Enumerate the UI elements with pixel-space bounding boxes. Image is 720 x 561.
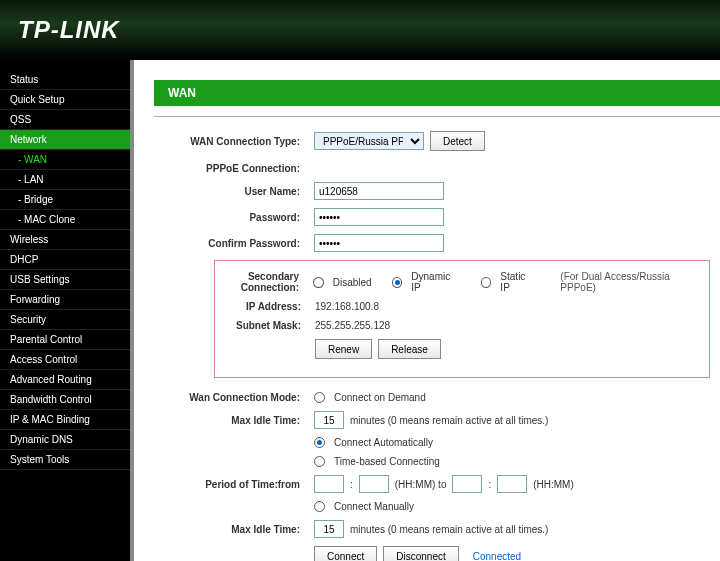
sidebar-item--bridge[interactable]: - Bridge xyxy=(0,190,130,210)
page-title: WAN xyxy=(154,80,720,106)
radio-disabled[interactable] xyxy=(313,277,324,288)
sidebar-item-dhcp[interactable]: DHCP xyxy=(0,250,130,270)
conn-type-select[interactable]: PPPoE/Russia PPPoE xyxy=(314,132,424,150)
label-period: Period of Time:from xyxy=(154,479,314,490)
label-secondary: Secondary Connection: xyxy=(215,271,313,293)
username-field[interactable] xyxy=(314,182,444,200)
sidebar-item--mac-clone[interactable]: - MAC Clone xyxy=(0,210,130,230)
sidebar-item-parental-control[interactable]: Parental Control xyxy=(0,330,130,350)
radio-static[interactable] xyxy=(481,277,492,288)
radio-dynamic[interactable] xyxy=(392,277,403,288)
sidebar-item-network[interactable]: Network xyxy=(0,130,130,150)
status-text: Connected xyxy=(473,551,521,562)
radio-manual[interactable] xyxy=(314,501,325,512)
sidebar-item-bandwidth-control[interactable]: Bandwidth Control xyxy=(0,390,130,410)
divider xyxy=(154,116,720,117)
label-password: Password: xyxy=(154,212,314,223)
release-button[interactable]: Release xyxy=(378,339,441,359)
label-pppoe: PPPoE Connection: xyxy=(154,163,314,174)
idle2-field[interactable] xyxy=(314,520,344,538)
time-to-h[interactable] xyxy=(452,475,482,493)
sidebar-item-access-control[interactable]: Access Control xyxy=(0,350,130,370)
sidebar-item--wan[interactable]: - WAN xyxy=(0,150,130,170)
sidebar: StatusQuick SetupQSSNetwork- WAN- LAN- B… xyxy=(0,60,130,561)
sidebar-item-dynamic-dns[interactable]: Dynamic DNS xyxy=(0,430,130,450)
password-field[interactable] xyxy=(314,208,444,226)
header: TP-LINK xyxy=(0,0,720,60)
idle1-field[interactable] xyxy=(314,411,344,429)
label-mask: Subnet Mask: xyxy=(215,320,315,331)
label-conn-type: WAN Connection Type: xyxy=(154,136,314,147)
sidebar-item-wireless[interactable]: Wireless xyxy=(0,230,130,250)
ip-value: 192.168.100.8 xyxy=(315,301,379,312)
label-idle2: Max Idle Time: xyxy=(154,524,314,535)
time-from-h[interactable] xyxy=(314,475,344,493)
sidebar-item-security[interactable]: Security xyxy=(0,310,130,330)
radio-ondemand[interactable] xyxy=(314,392,325,403)
sidebar-item-advanced-routing[interactable]: Advanced Routing xyxy=(0,370,130,390)
time-to-m[interactable] xyxy=(497,475,527,493)
sidebar-item-quick-setup[interactable]: Quick Setup xyxy=(0,90,130,110)
label-ip: IP Address: xyxy=(215,301,315,312)
sidebar-item-usb-settings[interactable]: USB Settings xyxy=(0,270,130,290)
label-idle1: Max Idle Time: xyxy=(154,415,314,426)
mask-value: 255.255.255.128 xyxy=(315,320,390,331)
label-confirm: Confirm Password: xyxy=(154,238,314,249)
sidebar-item--lan[interactable]: - LAN xyxy=(0,170,130,190)
time-from-m[interactable] xyxy=(359,475,389,493)
label-mode: Wan Connection Mode: xyxy=(154,392,314,403)
sidebar-item-qss[interactable]: QSS xyxy=(0,110,130,130)
confirm-password-field[interactable] xyxy=(314,234,444,252)
connect-button[interactable]: Connect xyxy=(314,546,377,561)
renew-button[interactable]: Renew xyxy=(315,339,372,359)
sidebar-item-status[interactable]: Status xyxy=(0,70,130,90)
radio-time[interactable] xyxy=(314,456,325,467)
disconnect-button[interactable]: Disconnect xyxy=(383,546,458,561)
radio-auto[interactable] xyxy=(314,437,325,448)
logo: TP-LINK xyxy=(18,16,120,44)
content: WAN WAN Connection Type: PPPoE/Russia PP… xyxy=(130,60,720,561)
detect-button[interactable]: Detect xyxy=(430,131,485,151)
label-username: User Name: xyxy=(154,186,314,197)
sidebar-item-forwarding[interactable]: Forwarding xyxy=(0,290,130,310)
secondary-box: Secondary Connection: Disabled Dynamic I… xyxy=(214,260,710,378)
sidebar-item-system-tools[interactable]: System Tools xyxy=(0,450,130,470)
sidebar-item-ip-mac-binding[interactable]: IP & MAC Binding xyxy=(0,410,130,430)
